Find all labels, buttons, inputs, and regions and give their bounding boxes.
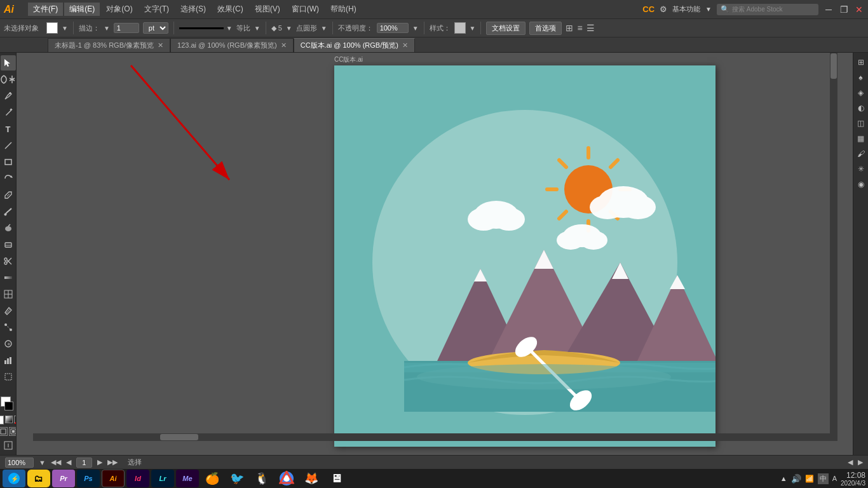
menu-window[interactable]: 窗口(W) (287, 3, 324, 16)
taskbar-penguin[interactable]: 🐧 (250, 470, 273, 487)
stroke-dropdown[interactable]: ▼ (104, 25, 110, 32)
magic-wand-tool[interactable] (8, 72, 16, 87)
right-panel-btn5[interactable]: ◫ (854, 116, 868, 130)
taskbar-media-encoder[interactable]: Me (176, 470, 199, 487)
preferences-button[interactable]: 首选项 (529, 22, 562, 35)
taskbar-lightroom[interactable]: Lr (151, 470, 174, 487)
rect-tool[interactable] (1, 154, 16, 170)
menu-edit[interactable]: 编辑(E) (64, 3, 100, 16)
color-mode-swatch[interactable] (0, 416, 4, 424)
taskbar-bird[interactable]: 🐦 (226, 470, 248, 487)
normal-mode-btn[interactable] (0, 427, 8, 436)
graph-tool[interactable] (1, 353, 16, 368)
zoom-dropdown[interactable]: ▼ (39, 459, 46, 466)
search-bar[interactable]: 🔍 搜索 Adobe Stock (717, 4, 818, 15)
gradient-tool[interactable] (1, 270, 16, 285)
gradient-mode-swatch[interactable] (5, 416, 13, 423)
taskbar-network[interactable]: 📶 (805, 475, 814, 483)
menu-object[interactable]: 对象(O) (101, 3, 137, 16)
panels-icon[interactable]: ≡ (577, 23, 582, 33)
nav-left-arrow[interactable]: ◀ (848, 458, 853, 466)
taskbar-clock[interactable]: 12:08 2020/4/3 (841, 471, 865, 487)
share-icon[interactable]: ⚙ (660, 4, 667, 14)
right-panel-btn7[interactable]: 🖌 (854, 147, 868, 161)
stroke-width-input[interactable] (114, 23, 139, 33)
eraser-tool[interactable] (1, 237, 16, 252)
taskbar-arrow-up[interactable]: ▲ (780, 475, 787, 482)
menu-help[interactable]: 帮助(H) (325, 3, 362, 16)
tab-close-untitled[interactable]: ✕ (158, 41, 163, 50)
taskbar-photoshop[interactable]: Ps (77, 470, 100, 487)
opacity-dropdown[interactable]: ▼ (412, 25, 419, 32)
fill-swatch[interactable] (46, 22, 58, 34)
tab-cc[interactable]: CC版本.ai @ 100% (RGB/预览) ✕ (294, 38, 415, 52)
right-panel-btn2[interactable]: ♠ (854, 71, 868, 85)
taskbar-files[interactable]: 🗂 (27, 470, 50, 487)
fill-dropdown[interactable]: ▼ (62, 25, 68, 32)
right-panel-btn8[interactable]: ✳ (854, 162, 868, 176)
opacity-input[interactable] (377, 23, 409, 33)
horizontal-scrollbar[interactable] (33, 433, 830, 441)
menu-select[interactable]: 选择(S) (175, 3, 211, 16)
vertical-scrollbar-thumb[interactable] (831, 53, 837, 79)
taskbar-illustrator[interactable]: Ai (102, 470, 125, 487)
minimize-button[interactable]: ─ (824, 4, 834, 15)
taskbar-ime[interactable]: 中 (818, 473, 829, 484)
style-swatch[interactable] (454, 22, 466, 34)
eyedropper-tool[interactable] (1, 303, 16, 318)
tab-untitled[interactable]: 未标题-1 @ 83% RGB/像素预览 ✕ (48, 38, 170, 52)
hamburger-icon[interactable]: ☰ (587, 23, 595, 33)
right-panel-btn1[interactable]: ⊞ (854, 55, 868, 69)
right-panel-btn6[interactable]: ▦ (854, 132, 868, 146)
nav-next[interactable]: ▶ (97, 458, 102, 466)
vertical-scrollbar[interactable] (830, 53, 837, 441)
arrange-icon[interactable]: ⊞ (566, 23, 573, 33)
zoom-input[interactable] (5, 458, 34, 468)
right-panel-btn4[interactable]: ◐ (854, 101, 868, 115)
pen-tool[interactable] (1, 88, 16, 104)
brush-tool[interactable] (1, 204, 16, 219)
taskbar-indesign[interactable]: Id (126, 470, 149, 487)
background-swatch[interactable] (4, 402, 13, 410)
selection-tool[interactable] (1, 55, 16, 71)
taskbar-fox[interactable]: 🦊 (300, 470, 323, 487)
lasso-tool[interactable] (0, 72, 8, 87)
taskbar-ime2[interactable]: A (832, 475, 837, 482)
scissors-tool[interactable] (1, 254, 16, 269)
symbol-tool[interactable]: ✳ (1, 336, 16, 351)
stroke-unit-select[interactable]: pt (143, 22, 168, 34)
page-input[interactable] (76, 458, 92, 468)
taskbar-premiere[interactable]: Pr (52, 470, 75, 487)
tab-close-cc[interactable]: ✕ (402, 41, 408, 50)
nav-right-arrow[interactable]: ▶ (858, 458, 863, 466)
stroke-line-dropdown[interactable]: ▼ (226, 25, 233, 32)
tab-close-123[interactable]: ✕ (281, 41, 287, 50)
horizontal-scrollbar-thumb[interactable] (160, 434, 198, 440)
tab-123[interactable]: 123.ai @ 100% (RGB/像素预览) ✕ (170, 38, 294, 52)
line-tool[interactable] (1, 138, 16, 153)
mesh-tool[interactable] (1, 287, 16, 302)
nav-prev-prev[interactable]: ◀◀ (51, 458, 61, 466)
nav-prev[interactable]: ◀ (66, 458, 71, 466)
cc-icon[interactable]: CC (642, 4, 654, 14)
taskbar-speaker[interactable]: 🔊 (791, 474, 801, 484)
workspace-dropdown[interactable]: ▼ (705, 6, 712, 13)
blend-tool[interactable] (1, 320, 16, 335)
pencil-tool[interactable] (1, 105, 16, 120)
blob-brush-tool[interactable] (1, 220, 16, 236)
menu-view[interactable]: 视图(V) (250, 3, 285, 16)
menu-effect[interactable]: 效果(C) (212, 3, 248, 16)
type-tool[interactable]: T (1, 121, 16, 137)
taskbar-thunder[interactable]: ⚡ (3, 470, 25, 487)
taskbar-monitor[interactable]: 🖥 (325, 470, 348, 487)
doc-settings-button[interactable]: 文档设置 (486, 22, 526, 35)
inside-mode-btn[interactable] (9, 427, 17, 436)
artboard-tool[interactable] (1, 369, 16, 384)
rotate-tool[interactable] (1, 171, 16, 186)
taskbar-fruit[interactable]: 🍊 (201, 470, 224, 487)
right-panel-btn3[interactable]: ◈ (854, 86, 868, 100)
canvas-area[interactable]: CC版本.ai (17, 53, 853, 455)
taskbar-chrome[interactable] (275, 470, 298, 487)
change-screen-btn[interactable] (4, 438, 13, 452)
scale-tool[interactable] (1, 187, 16, 203)
